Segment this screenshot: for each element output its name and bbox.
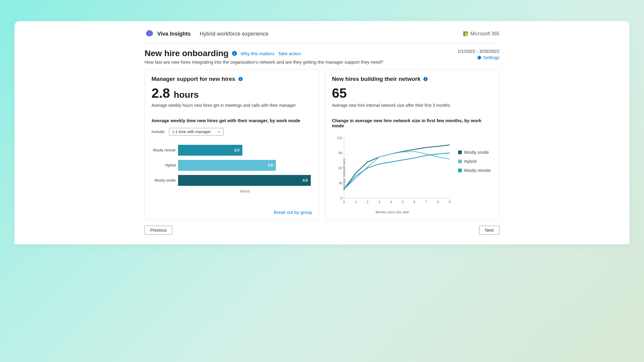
- app-name: Viva Insights: [157, 31, 191, 37]
- line-chart: Average network size 0306090120012345678…: [332, 135, 453, 214]
- page-header: New hire onboarding i Why this matters T…: [145, 43, 499, 67]
- settings-label: Settings: [483, 55, 499, 60]
- info-icon[interactable]: i: [423, 77, 428, 81]
- card-title: New hires building their network: [332, 76, 420, 82]
- legend: Mostly onsite Hybrid Mostly remote: [458, 150, 491, 214]
- break-out-by-group-link[interactable]: Break out by group: [274, 210, 312, 215]
- manager-support-card: Manager support for new hires i 2.8 hour…: [145, 69, 319, 220]
- svg-text:6: 6: [413, 200, 415, 204]
- previous-button[interactable]: Previous: [145, 226, 172, 235]
- svg-text:9: 9: [449, 200, 451, 204]
- line-chart-area: Average network size 0306090120012345678…: [332, 135, 493, 214]
- network-building-card: New hires building their network i 65 Av…: [325, 69, 499, 220]
- dropdown-value: 1:1 time with manager: [172, 129, 211, 134]
- svg-text:60: 60: [339, 166, 342, 170]
- chart-title: Average weekly time new hires get with t…: [151, 118, 312, 123]
- legend-item-hybrid: Hybrid: [458, 159, 491, 164]
- svg-text:120: 120: [337, 136, 342, 140]
- bar-row-onsite: Mostly onsite 4.0: [151, 173, 312, 188]
- svg-text:7: 7: [425, 200, 427, 204]
- stat-value: 65: [332, 87, 493, 100]
- legend-item-remote: Mostly remote: [458, 168, 491, 173]
- svg-text:90: 90: [339, 151, 342, 155]
- svg-text:3: 3: [378, 200, 380, 204]
- svg-text:8: 8: [437, 200, 439, 204]
- take-action-link[interactable]: Take action: [278, 51, 301, 56]
- svg-text:0: 0: [340, 196, 342, 200]
- filter-row: Include: 1:1 time with manager: [151, 128, 312, 135]
- bar-row-hybrid: Hybrid 3.0: [151, 158, 312, 173]
- date-range: 1/1/2022 - 3/26/2022: [458, 49, 499, 54]
- svg-text:2: 2: [367, 200, 368, 204]
- stat-description: Average new hire internal network size a…: [332, 103, 493, 108]
- app-outer-card: Viva Insights Hybrid workforce experienc…: [14, 21, 630, 244]
- page-title: New hire onboarding: [145, 49, 228, 58]
- microsoft-logo-icon: [463, 31, 468, 36]
- svg-text:1: 1: [355, 200, 357, 204]
- bar-onsite: 4.0: [178, 175, 311, 186]
- why-this-matters-link[interactable]: Why this matters: [241, 51, 274, 56]
- microsoft-365-label: Microsoft 365: [470, 31, 499, 37]
- app-subtitle: Hybrid workforce experience: [200, 31, 269, 37]
- svg-text:30: 30: [339, 181, 342, 185]
- legend-item-onsite: Mostly onsite: [458, 150, 491, 155]
- svg-text:5: 5: [402, 200, 403, 204]
- content-wrapper: Viva Insights Hybrid workforce experienc…: [145, 21, 499, 235]
- microsoft-365-badge: Microsoft 365: [463, 31, 499, 37]
- svg-text:0: 0: [343, 200, 345, 204]
- x-axis-label: Months since hire date: [332, 210, 453, 214]
- bar-chart: Mostly remote 2.0 Hybrid 3.0 Mostly onsi…: [151, 143, 312, 193]
- app-header: Viva Insights Hybrid workforce experienc…: [145, 26, 499, 43]
- info-icon[interactable]: i: [232, 51, 237, 56]
- next-button[interactable]: Next: [479, 226, 499, 235]
- y-axis-label: Average network size: [342, 159, 346, 190]
- viva-insights-logo-icon: [145, 29, 154, 39]
- bar-remote: 2.0: [178, 145, 242, 156]
- bar-row-remote: Mostly remote 2.0: [151, 143, 312, 158]
- filter-label: Include:: [151, 129, 165, 134]
- include-dropdown[interactable]: 1:1 time with manager: [169, 128, 224, 135]
- stat-description: Average weekly hours new hires get in me…: [151, 103, 312, 108]
- bar-hybrid: 3.0: [178, 160, 276, 171]
- page-description: How fast are new hires integrating into …: [145, 59, 458, 65]
- chart-title: Change in average new hire network size …: [332, 118, 493, 128]
- stat-value: 2.8 hours: [151, 87, 312, 100]
- nav-row: Previous Next: [145, 226, 499, 235]
- settings-button[interactable]: Settings: [458, 55, 499, 60]
- line-chart-svg: 03060901200123456789: [332, 135, 453, 207]
- info-icon[interactable]: i: [238, 77, 243, 81]
- gear-icon: [477, 56, 481, 60]
- chevron-down-icon: [217, 130, 220, 133]
- x-axis-label: Hours: [178, 189, 312, 193]
- cards-row: Manager support for new hires i 2.8 hour…: [145, 69, 499, 220]
- card-title: Manager support for new hires: [151, 76, 235, 82]
- svg-text:4: 4: [390, 200, 392, 204]
